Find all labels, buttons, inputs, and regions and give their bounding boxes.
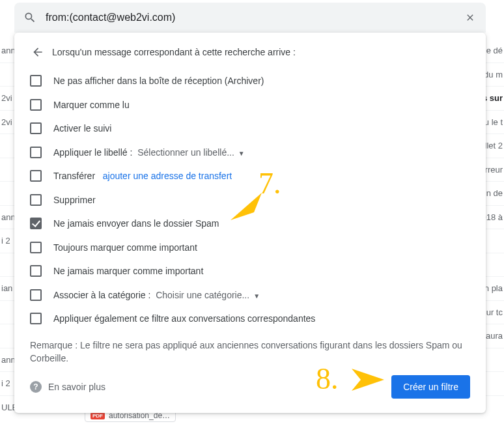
checkbox[interactable] bbox=[30, 99, 42, 111]
search-input[interactable] bbox=[44, 11, 456, 24]
create-filter-button[interactable]: Créer un filtre bbox=[391, 375, 470, 399]
panel-header: Lorsqu'un message correspondant à cette … bbox=[30, 44, 470, 60]
option-mark-read[interactable]: Marquer comme lu bbox=[30, 93, 470, 117]
option-always-important[interactable]: Toujours marquer comme important bbox=[30, 236, 470, 260]
search-bar bbox=[14, 3, 486, 33]
option-category[interactable]: Associer à la catégorie : Choisir une ca… bbox=[30, 283, 470, 307]
option-forward[interactable]: Transférer ajouter une adresse de transf… bbox=[30, 164, 470, 188]
category-dropdown[interactable]: Choisir une catégorie...▼ bbox=[156, 290, 260, 300]
checkbox[interactable] bbox=[30, 75, 42, 87]
checkbox[interactable] bbox=[30, 194, 42, 206]
checkbox[interactable] bbox=[30, 122, 42, 134]
chevron-down-icon: ▼ bbox=[238, 150, 245, 157]
checkbox[interactable] bbox=[30, 313, 42, 324]
option-archive[interactable]: Ne pas afficher dans la boîte de récepti… bbox=[30, 69, 470, 93]
checkbox-checked[interactable] bbox=[30, 218, 42, 229]
checkbox[interactable] bbox=[30, 170, 42, 182]
filter-panel: Lorsqu'un message correspondant à cette … bbox=[14, 33, 486, 413]
option-apply-label[interactable]: Appliquer le libellé : Sélectionner un l… bbox=[30, 141, 470, 165]
panel-footer: ? En savoir plus Créer un filtre bbox=[30, 375, 470, 399]
checkbox[interactable] bbox=[30, 265, 42, 277]
search-icon[interactable] bbox=[22, 10, 38, 25]
option-never-important[interactable]: Ne jamais marquer comme important bbox=[30, 259, 470, 283]
panel-heading: Lorsqu'un message correspondant à cette … bbox=[52, 47, 296, 57]
option-delete[interactable]: Supprimer bbox=[30, 188, 470, 212]
chevron-down-icon: ▼ bbox=[253, 292, 260, 300]
back-arrow-icon[interactable] bbox=[30, 44, 46, 60]
learn-more-link[interactable]: ? En savoir plus bbox=[30, 381, 105, 393]
clear-search-icon[interactable] bbox=[462, 10, 478, 25]
checkbox[interactable] bbox=[30, 147, 42, 158]
help-icon: ? bbox=[30, 381, 42, 393]
note-text: Remarque : Le filtre ne sera pas appliqu… bbox=[30, 339, 470, 365]
pdf-icon: PDF bbox=[91, 412, 105, 419]
add-forward-address-link[interactable]: ajouter une adresse de transfert bbox=[103, 171, 232, 181]
option-never-spam[interactable]: Ne jamais envoyer dans le dossier Spam bbox=[30, 212, 470, 236]
checkbox[interactable] bbox=[30, 289, 42, 301]
checkbox[interactable] bbox=[30, 242, 42, 253]
label-dropdown[interactable]: Sélectionner un libellé...▼ bbox=[137, 147, 245, 158]
option-star[interactable]: Activer le suivi bbox=[30, 117, 470, 141]
option-list: Ne pas afficher dans la boîte de récepti… bbox=[30, 69, 470, 331]
option-also-apply[interactable]: Appliquer également ce filtre aux conver… bbox=[30, 307, 470, 331]
